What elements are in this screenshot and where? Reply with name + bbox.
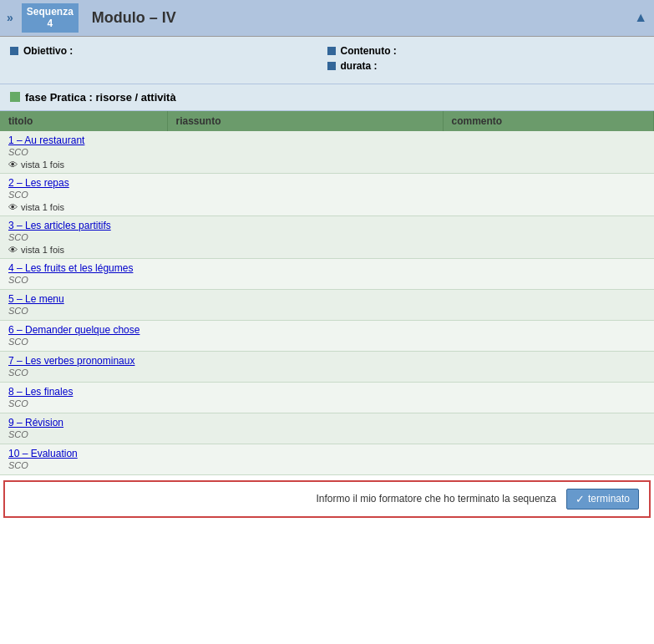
row-cell-commento <box>443 258 654 289</box>
row-cell-title: 5 – Le menuSCO <box>0 289 167 320</box>
row-link[interactable]: 4 – Les fruits et les légumes <box>8 262 133 274</box>
contenuto-label: Contenuto : <box>341 45 397 57</box>
row-cell-title: 10 – EvaluationSCO <box>0 444 167 474</box>
table-row: 8 – Les finalesSCO <box>0 382 654 413</box>
row-cell-riassunto <box>167 382 443 413</box>
row-sco: SCO <box>8 398 28 408</box>
row-cell-commento <box>443 131 654 174</box>
row-cell-title: 3 – Les articles partitifsSCO👁vista 1 fo… <box>0 216 167 258</box>
row-cell-title: 2 – Les repasSCO👁vista 1 fois <box>0 173 167 216</box>
eye-icon: 👁 <box>8 245 18 255</box>
info-col-left: Obiettivo : <box>10 45 327 75</box>
sequenza-num: 4 <box>47 18 53 29</box>
green-square-icon <box>10 92 20 102</box>
terminato-label: terminato <box>588 493 630 505</box>
row-link[interactable]: 10 – Evaluation <box>8 448 78 459</box>
arrows-icon: » <box>7 11 13 24</box>
row-link[interactable]: 3 – Les articles partitifs <box>8 220 111 231</box>
row-link[interactable]: 6 – Demander quelque chose <box>8 324 139 336</box>
phase-title: fase Pratica : risorse / attività <box>25 91 176 104</box>
sequenza-label: Sequenza <box>27 6 74 18</box>
check-icon: ✓ <box>575 493 585 505</box>
row-cell-riassunto <box>167 216 443 258</box>
col-riassunto: riassunto <box>167 111 443 131</box>
table-row: 7 – Les verbes pronominauxSCO <box>0 351 654 382</box>
row-vista: 👁vista 1 fois <box>8 160 159 170</box>
collapse-icon[interactable]: ▲ <box>634 10 647 25</box>
info-col-right: Contenuto : durata : <box>327 45 645 75</box>
row-sco: SCO <box>8 429 28 439</box>
vista-text: vista 1 fois <box>21 245 64 255</box>
row-cell-riassunto <box>167 413 443 444</box>
row-cell-riassunto <box>167 289 443 320</box>
row-cell-commento <box>443 351 654 382</box>
durata-item: durata : <box>327 60 645 72</box>
row-cell-commento <box>443 382 654 413</box>
obiettivo-label: Obiettivo : <box>23 45 73 57</box>
row-cell-riassunto <box>167 320 443 351</box>
table-row: 10 – EvaluationSCO <box>0 444 654 474</box>
phase-header: fase Pratica : risorse / attività <box>10 91 644 104</box>
row-vista: 👁vista 1 fois <box>8 245 159 255</box>
content-table: titolo riassunto commento 1 – Au restaur… <box>0 111 654 475</box>
eye-icon: 👁 <box>8 202 18 212</box>
blue-square-icon-3 <box>327 62 336 70</box>
row-cell-riassunto <box>167 173 443 216</box>
row-link[interactable]: 8 – Les finales <box>8 386 73 398</box>
row-sco: SCO <box>8 460 28 470</box>
row-sco: SCO <box>8 147 28 157</box>
footer: Informo il mio formatore che ho terminat… <box>3 480 651 518</box>
row-cell-commento <box>443 413 654 444</box>
table-row: 2 – Les repasSCO👁vista 1 fois <box>0 173 654 216</box>
row-cell-commento <box>443 289 654 320</box>
row-cell-title: 9 – RévisionSCO <box>0 413 167 444</box>
table-row: 3 – Les articles partitifsSCO👁vista 1 fo… <box>0 216 654 258</box>
row-cell-title: 1 – Au restaurantSCO👁vista 1 fois <box>0 131 167 174</box>
row-link[interactable]: 5 – Le menu <box>8 293 64 305</box>
eye-icon: 👁 <box>8 160 18 170</box>
table-header-row: titolo riassunto commento <box>0 111 654 131</box>
row-cell-commento <box>443 173 654 216</box>
vista-text: vista 1 fois <box>21 160 64 170</box>
row-cell-commento <box>443 216 654 258</box>
row-cell-riassunto <box>167 351 443 382</box>
row-link[interactable]: 1 – Au restaurant <box>8 134 84 146</box>
vista-text: vista 1 fois <box>21 202 64 212</box>
module-title: Modulo – IV <box>92 9 176 27</box>
row-cell-title: 6 – Demander quelque choseSCO <box>0 320 167 351</box>
obiettivo-item: Obiettivo : <box>10 45 327 57</box>
row-sco: SCO <box>8 275 28 285</box>
phase-section: fase Pratica : risorse / attività <box>0 84 654 111</box>
col-commento: commento <box>443 111 654 131</box>
row-cell-title: 4 – Les fruits et les légumesSCO <box>0 258 167 289</box>
row-sco: SCO <box>8 368 28 378</box>
footer-message: Informo il mio formatore che ho terminat… <box>316 493 555 505</box>
page-header: » Sequenza 4 Modulo – IV ▲ <box>0 0 654 37</box>
blue-square-icon <box>10 47 18 55</box>
table-row: 4 – Les fruits et les légumesSCO <box>0 258 654 289</box>
row-link[interactable]: 2 – Les repas <box>8 177 69 189</box>
col-titolo: titolo <box>0 111 167 131</box>
table-row: 1 – Au restaurantSCO👁vista 1 fois <box>0 131 654 174</box>
row-cell-riassunto <box>167 131 443 174</box>
sequenza-box: Sequenza 4 <box>22 3 79 33</box>
row-cell-title: 7 – Les verbes pronominauxSCO <box>0 351 167 382</box>
row-cell-title: 8 – Les finalesSCO <box>0 382 167 413</box>
row-link[interactable]: 9 – Révision <box>8 417 63 428</box>
blue-square-icon-2 <box>327 47 336 55</box>
row-sco: SCO <box>8 232 28 242</box>
info-section: Obiettivo : Contenuto : durata : <box>0 37 654 84</box>
table-row: 6 – Demander quelque choseSCO <box>0 320 654 351</box>
row-cell-commento <box>443 444 654 474</box>
row-sco: SCO <box>8 190 28 200</box>
table-row: 9 – RévisionSCO <box>0 413 654 444</box>
row-cell-commento <box>443 320 654 351</box>
terminato-button[interactable]: ✓ terminato <box>566 489 639 510</box>
contenuto-item: Contenuto : <box>327 45 645 57</box>
row-cell-riassunto <box>167 258 443 289</box>
row-sco: SCO <box>8 337 28 347</box>
durata-label: durata : <box>341 60 378 72</box>
row-sco: SCO <box>8 306 28 316</box>
row-link[interactable]: 7 – Les verbes pronominaux <box>8 355 134 367</box>
table-row: 5 – Le menuSCO <box>0 289 654 320</box>
